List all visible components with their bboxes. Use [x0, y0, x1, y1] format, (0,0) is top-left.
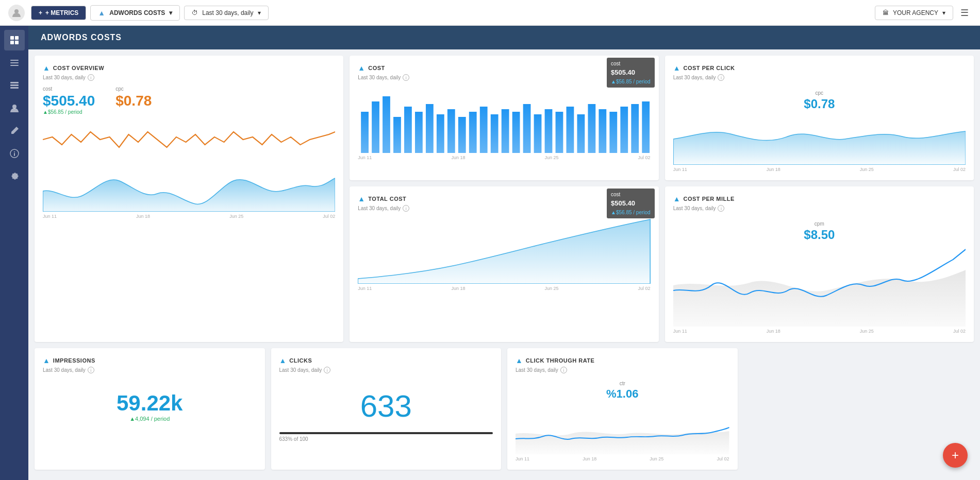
- info-icon[interactable]: i: [324, 367, 330, 373]
- total-cost-title: TOTAL COST: [368, 196, 406, 202]
- chevron-down-icon: ▾: [169, 9, 172, 16]
- info-icon[interactable]: i: [718, 205, 724, 212]
- svg-rect-26: [480, 107, 488, 153]
- info-icon[interactable]: i: [88, 74, 94, 81]
- cost-overview-subtitle: Last 30 days, daily i: [43, 74, 335, 81]
- sidebar-item-info[interactable]: [4, 143, 25, 164]
- svg-rect-34: [567, 107, 574, 153]
- cpm-chart: [673, 244, 966, 327]
- svg-rect-17: [383, 96, 390, 153]
- info-icon[interactable]: i: [403, 205, 409, 212]
- cpc-x-labels: Jun 11Jun 18Jun 25Jul 02: [673, 167, 966, 172]
- svg-rect-24: [458, 117, 466, 153]
- total-cost-chart: [358, 217, 650, 284]
- sidebar-item-user[interactable]: [4, 98, 25, 118]
- svg-rect-21: [426, 104, 434, 153]
- cost-x-labels: Jun 11Jun 18Jun 25Jul 02: [358, 155, 650, 160]
- svg-rect-18: [393, 117, 401, 153]
- svg-rect-2: [15, 36, 19, 40]
- impressions-value: 59.22k: [43, 391, 257, 416]
- cost-overview-x-labels: Jun 11Jun 18Jun 25Jul 02: [43, 214, 335, 219]
- svg-point-14: [14, 151, 15, 152]
- cost-overview-card: ▲ COST OVERVIEW Last 30 days, daily i co…: [35, 56, 343, 342]
- adwords-icon: ▲: [516, 356, 523, 365]
- cpc-subtitle: Last 30 days, daily i: [673, 74, 966, 81]
- impressions-title: IMPRESSIONS: [53, 357, 95, 364]
- svg-rect-13: [14, 153, 15, 156]
- cpm-title: COST PER MILLE: [684, 196, 735, 202]
- add-metrics-button[interactable]: + + METRICS: [31, 6, 86, 20]
- chevron-down-icon: ▾: [942, 9, 945, 16]
- cpc-value: $0.78: [115, 93, 152, 109]
- adwords-costs-dropdown[interactable]: ▲ ADWORDS COSTS ▾: [90, 5, 180, 21]
- agency-dropdown[interactable]: 🏛 YOUR AGENCY ▾: [875, 6, 953, 20]
- sidebar-item-list[interactable]: [4, 75, 25, 96]
- cost-overview-orange-chart: [43, 119, 335, 160]
- cost-overview-title: COST OVERVIEW: [53, 65, 104, 71]
- clicks-progress-label: 633% of 100: [279, 436, 493, 442]
- svg-point-0: [14, 9, 19, 13]
- impressions-change: ▲4,094 / period: [43, 416, 257, 422]
- ctr-subtitle: Last 30 days, daily i: [516, 367, 729, 373]
- svg-rect-38: [610, 112, 618, 153]
- svg-rect-20: [415, 112, 423, 153]
- dashboard-header: ADWORDS COSTS: [28, 26, 980, 49]
- adwords-icon: ▲: [43, 356, 50, 365]
- svg-rect-6: [10, 62, 19, 63]
- info-icon[interactable]: i: [718, 74, 724, 81]
- impressions-card: ▲ IMPRESSIONS Last 30 days, daily i 59.2…: [35, 348, 265, 470]
- adwords-icon: ▲: [358, 195, 365, 203]
- sidebar-item-grid[interactable]: [4, 53, 25, 73]
- sidebar-item-settings[interactable]: [4, 166, 25, 186]
- svg-rect-39: [621, 107, 628, 153]
- adwords-icon: ▲: [673, 195, 680, 203]
- cpc-label: cpc: [115, 86, 152, 92]
- top-navigation: + + METRICS ▲ ADWORDS COSTS ▾ ⏱ Last 30 …: [0, 0, 980, 26]
- fab-add-button[interactable]: +: [943, 443, 968, 468]
- svg-rect-5: [10, 60, 19, 61]
- cost-value: $505.40: [43, 93, 95, 109]
- page-title: ADWORDS COSTS: [41, 33, 122, 42]
- adwords-icon: ▲: [279, 356, 287, 365]
- clicks-progress-fill: [279, 432, 493, 434]
- sidebar-item-dashboard[interactable]: [4, 30, 25, 50]
- ctr-metric-value: %1.06: [516, 387, 729, 401]
- svg-rect-29: [512, 112, 520, 153]
- cpc-chart: [673, 113, 966, 165]
- sidebar-item-edit[interactable]: [4, 121, 25, 141]
- svg-rect-4: [15, 41, 19, 44]
- user-avatar[interactable]: [8, 5, 25, 21]
- cost-label: cost: [43, 86, 95, 92]
- svg-rect-8: [10, 82, 19, 83]
- svg-rect-23: [447, 109, 455, 153]
- ctr-metric-label: ctr: [516, 381, 729, 386]
- svg-rect-32: [545, 109, 553, 153]
- info-icon[interactable]: i: [403, 74, 409, 81]
- svg-rect-1: [10, 36, 14, 40]
- clicks-value: 633: [279, 391, 493, 422]
- cost-tooltip: cost $505.40 ▲$56.85 / period: [607, 58, 655, 88]
- ctr-x-labels: Jun 11Jun 18Jun 25Jul 02: [516, 456, 729, 461]
- info-icon[interactable]: i: [560, 367, 567, 373]
- info-icon[interactable]: i: [88, 367, 94, 373]
- svg-point-11: [12, 105, 16, 109]
- svg-rect-10: [10, 87, 19, 89]
- clicks-progress-bar: [279, 432, 493, 434]
- clicks-subtitle: Last 30 days, daily i: [279, 367, 493, 373]
- main-content: ADWORDS COSTS ▲ COST OVERVIEW Last 30 da…: [28, 26, 980, 480]
- adwords-icon: ▲: [358, 64, 365, 72]
- cpm-metric-label: cpm: [673, 221, 966, 227]
- svg-rect-41: [642, 101, 650, 153]
- svg-rect-27: [491, 114, 499, 153]
- cost-title: COST: [368, 65, 385, 71]
- svg-rect-33: [556, 112, 563, 153]
- svg-rect-3: [10, 41, 14, 44]
- hamburger-menu[interactable]: ☰: [957, 4, 972, 22]
- date-range-dropdown[interactable]: ⏱ Last 30 days, daily ▾: [184, 6, 268, 20]
- cost-per-mille-card: ▲ COST PER MILLE Last 30 days, daily i c…: [665, 186, 974, 342]
- total-cost-card: ▲ TOTAL COST Last 30 days, daily i cost …: [350, 186, 658, 342]
- sidebar: [0, 26, 28, 480]
- svg-rect-36: [588, 104, 596, 153]
- total-cost-tooltip: cost $505.40 ▲$56.85 / period: [607, 188, 655, 218]
- cpc-metric-value: $0.78: [673, 97, 966, 111]
